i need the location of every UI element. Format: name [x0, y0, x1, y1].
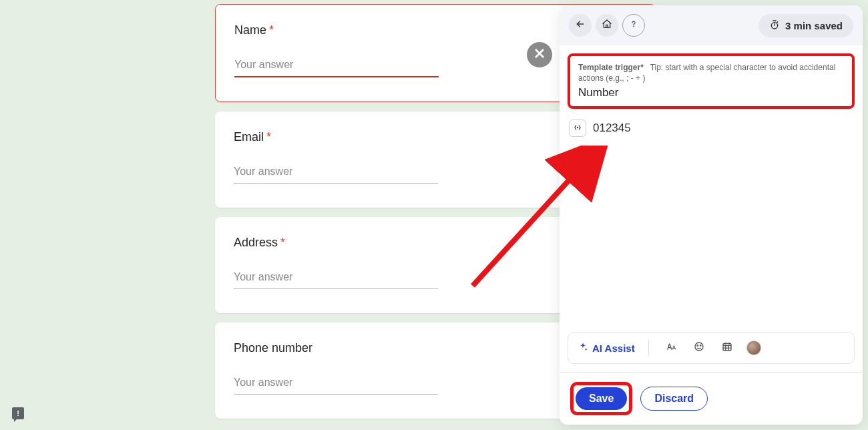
save-button[interactable]: Save — [576, 387, 627, 410]
required-asterisk: * — [280, 236, 285, 250]
svg-point-11 — [697, 345, 698, 347]
svg-line-7 — [777, 21, 778, 22]
required-asterisk: * — [266, 130, 271, 144]
help-icon — [628, 19, 639, 32]
help-button[interactable] — [622, 14, 645, 37]
stopwatch-icon — [769, 19, 780, 32]
ai-assist-label: AI Assist — [592, 343, 635, 354]
save-button-highlight: Save — [570, 382, 632, 415]
answer-input-phone[interactable] — [234, 373, 438, 395]
svg-point-12 — [700, 345, 701, 347]
template-content-text: 012345 — [593, 122, 631, 135]
question-text: Email — [234, 130, 264, 144]
answer-input-address[interactable] — [234, 267, 438, 289]
placeholder-chip[interactable] — [569, 120, 586, 137]
avatar[interactable] — [746, 341, 761, 355]
svg-point-8 — [577, 127, 578, 128]
question-text: Address — [234, 236, 278, 250]
svg-point-3 — [634, 26, 634, 27]
feedback-button[interactable] — [12, 407, 24, 419]
discard-button[interactable]: Discard — [640, 387, 708, 411]
arrow-left-icon — [575, 19, 586, 32]
question-text: Name — [234, 23, 266, 37]
answer-input-name[interactable] — [234, 55, 439, 77]
home-button[interactable] — [596, 14, 618, 37]
content-row: 012345 — [568, 120, 855, 137]
time-saved-text: 3 min saved — [785, 20, 843, 31]
back-button[interactable] — [569, 14, 592, 37]
text-format-icon — [665, 341, 677, 355]
emoji-button[interactable] — [690, 339, 708, 357]
calendar-button[interactable] — [718, 339, 736, 357]
required-asterisk: * — [269, 23, 274, 37]
close-icon — [533, 47, 546, 62]
panel-header: 3 min saved — [560, 5, 863, 45]
time-saved-pill: 3 min saved — [758, 14, 853, 37]
panel-footer: Save Discard — [560, 372, 863, 425]
question-text: Phone number — [234, 341, 312, 355]
panel-body: Template trigger* Tip: start with a spec… — [560, 45, 863, 372]
answer-input-email[interactable] — [234, 162, 438, 184]
toolbar-divider — [648, 340, 649, 356]
calendar-icon — [721, 341, 733, 355]
sparkle-icon — [578, 342, 588, 355]
trigger-label: Template trigger* — [578, 63, 644, 72]
emoji-icon — [693, 341, 705, 355]
text-format-button[interactable] — [662, 339, 680, 357]
editor-toolbar: AI Assist — [568, 332, 855, 364]
ai-assist-button[interactable]: AI Assist — [578, 342, 635, 355]
svg-rect-13 — [723, 344, 731, 351]
snippet-panel: 3 min saved Template trigger* Tip: start… — [560, 5, 863, 425]
svg-point-10 — [695, 343, 703, 351]
trigger-box-highlight: Template trigger* Tip: start with a spec… — [568, 53, 855, 109]
close-panel-button[interactable] — [527, 42, 552, 67]
home-icon — [602, 19, 612, 32]
trigger-help-text: Template trigger* Tip: start with a spec… — [578, 63, 844, 83]
expand-icon — [573, 123, 582, 134]
trigger-input[interactable] — [578, 86, 844, 99]
